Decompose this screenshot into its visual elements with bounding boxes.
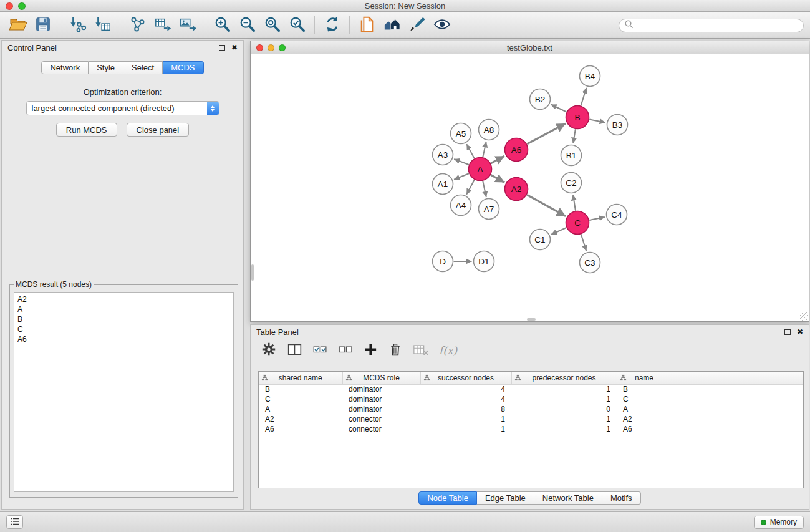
- search-box[interactable]: [619, 19, 804, 32]
- edge-B-B4[interactable]: [581, 88, 587, 106]
- table-row[interactable]: Cdominator41C: [259, 394, 803, 404]
- node-C3[interactable]: C3: [580, 253, 600, 273]
- edge-C-C2[interactable]: [573, 195, 576, 210]
- import-network-file-button[interactable]: [66, 15, 89, 36]
- column-header-shared-name[interactable]: shared name: [259, 372, 342, 384]
- node-A2[interactable]: A2: [505, 178, 528, 201]
- edge-C-C3[interactable]: [581, 235, 586, 251]
- delete-table-button[interactable]: [413, 342, 429, 360]
- mcds-result-list[interactable]: A2ABCA6: [14, 292, 234, 492]
- network-canvas[interactable]: B4B2BB3A5A8A6B1A3AA1A2C2A4A7C4CC1C3DD1: [251, 55, 809, 321]
- edge-B-B3[interactable]: [589, 120, 605, 123]
- close-window-button[interactable]: [6, 2, 13, 10]
- deselect-all-button[interactable]: [338, 342, 354, 360]
- zoom-window-button[interactable]: [18, 2, 26, 10]
- node-A5[interactable]: A5: [451, 123, 471, 144]
- task-history-button[interactable]: [6, 515, 23, 529]
- show-column-button[interactable]: [287, 342, 302, 360]
- tab-style[interactable]: Style: [89, 61, 123, 74]
- node-B1[interactable]: B1: [561, 145, 582, 166]
- run-mcds-button[interactable]: Run MCDS: [56, 123, 117, 137]
- node-C2[interactable]: C2: [561, 173, 582, 193]
- node-D[interactable]: D: [433, 251, 453, 272]
- table-tab-network-table[interactable]: Network Table: [534, 491, 602, 505]
- table-tab-node-table[interactable]: Node Table: [418, 491, 477, 505]
- column-header-successor-nodes[interactable]: successor nodes: [420, 372, 511, 384]
- node-A8[interactable]: A8: [479, 120, 499, 140]
- node-C4[interactable]: C4: [607, 205, 627, 225]
- export-image-button[interactable]: [176, 15, 199, 36]
- result-item[interactable]: A2: [17, 294, 230, 304]
- zoom-fit-button[interactable]: [261, 15, 284, 36]
- save-session-button[interactable]: [31, 15, 54, 36]
- refresh-layout-button[interactable]: [321, 15, 344, 36]
- table-tab-motifs[interactable]: Motifs: [602, 491, 641, 505]
- edge-C-C4[interactable]: [589, 217, 605, 220]
- edge-A2-C[interactable]: [527, 195, 566, 216]
- import-network-button[interactable]: [126, 15, 149, 36]
- table-row[interactable]: A6connector11A6: [259, 424, 803, 434]
- delete-column-button[interactable]: [388, 342, 403, 359]
- result-item[interactable]: A6: [17, 334, 230, 344]
- table-settings-button[interactable]: [261, 341, 277, 360]
- node-B3[interactable]: B3: [607, 115, 628, 135]
- apply-style-button[interactable]: [405, 15, 428, 36]
- function-builder-button[interactable]: f(x): [439, 344, 457, 357]
- network-window-titlebar[interactable]: testGlobe.txt: [251, 41, 809, 54]
- column-header-name[interactable]: name: [617, 372, 672, 384]
- node-A1[interactable]: A1: [433, 174, 453, 195]
- float-panel-icon[interactable]: [784, 329, 791, 335]
- export-table-button[interactable]: [151, 15, 174, 36]
- node-A4[interactable]: A4: [451, 195, 471, 216]
- tab-select[interactable]: Select: [123, 61, 163, 74]
- node-D1[interactable]: D1: [474, 251, 494, 272]
- edge-A-A2[interactable]: [491, 175, 504, 182]
- open-session-button[interactable]: [6, 15, 29, 36]
- edge-A-A3[interactable]: [454, 159, 469, 165]
- result-item[interactable]: B: [17, 314, 230, 324]
- criterion-dropdown[interactable]: largest connected component (directed): [26, 101, 219, 115]
- close-panel-icon[interactable]: ✖: [231, 44, 238, 51]
- close-network-window-button[interactable]: [256, 44, 263, 51]
- memory-button[interactable]: Memory: [754, 516, 804, 529]
- node-B4[interactable]: B4: [580, 66, 600, 87]
- column-header-MCDS-role[interactable]: MCDS role: [342, 372, 420, 384]
- node-A7[interactable]: A7: [479, 199, 499, 220]
- select-all-button[interactable]: [312, 342, 328, 360]
- edge-B-B2[interactable]: [551, 104, 567, 112]
- table-tab-edge-table[interactable]: Edge Table: [477, 491, 534, 505]
- node-A3[interactable]: A3: [433, 145, 453, 165]
- result-item[interactable]: C: [17, 324, 230, 334]
- node-B2[interactable]: B2: [530, 89, 551, 110]
- minimize-network-window-button[interactable]: [268, 44, 274, 51]
- node-B[interactable]: B: [566, 106, 589, 129]
- node-A[interactable]: A: [469, 158, 492, 181]
- node-C[interactable]: C: [566, 211, 589, 235]
- tab-mcds[interactable]: MCDS: [163, 61, 203, 74]
- edge-A-A8[interactable]: [483, 142, 486, 157]
- edge-A-A7[interactable]: [483, 181, 486, 197]
- table-row[interactable]: Bdominator41B: [259, 384, 803, 394]
- dropdown-stepper-icon[interactable]: [207, 102, 219, 115]
- close-panel-button[interactable]: Close panel: [127, 123, 190, 137]
- zoom-in-button[interactable]: [211, 15, 234, 36]
- node-C1[interactable]: C1: [530, 230, 551, 250]
- edge-A-A4[interactable]: [466, 180, 475, 195]
- home-button[interactable]: [380, 15, 403, 36]
- edge-A-A1[interactable]: [454, 173, 469, 180]
- import-table-file-button[interactable]: [91, 15, 114, 36]
- float-panel-icon[interactable]: [219, 45, 225, 51]
- zoom-network-window-button[interactable]: [279, 44, 286, 51]
- zoom-out-button[interactable]: [236, 15, 259, 36]
- new-session-page-button[interactable]: [355, 15, 378, 36]
- table-row[interactable]: Adominator80A: [259, 404, 803, 414]
- vertical-scrollbar-thumb[interactable]: [251, 264, 254, 281]
- edge-A-A6[interactable]: [491, 156, 504, 163]
- add-column-button[interactable]: [364, 342, 378, 359]
- edge-A6-B[interactable]: [527, 123, 566, 144]
- edge-B-B1[interactable]: [573, 129, 576, 143]
- tab-network[interactable]: Network: [41, 61, 89, 74]
- column-header-predecessor-nodes[interactable]: predecessor nodes: [511, 372, 617, 384]
- edge-A-A5[interactable]: [466, 144, 474, 158]
- resize-grip[interactable]: [800, 312, 808, 321]
